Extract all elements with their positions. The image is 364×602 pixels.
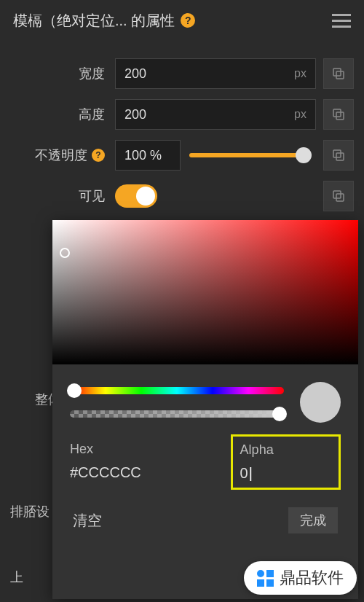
- hex-field: Hex #CCCCCC: [70, 442, 216, 490]
- hex-label: Hex: [70, 442, 216, 457]
- width-unit: px: [294, 67, 306, 80]
- opacity-value: 100 %: [124, 148, 162, 163]
- svg-rect-0: [333, 69, 341, 76]
- slider-thumb[interactable]: [296, 147, 312, 163]
- height-value: 200: [124, 107, 146, 122]
- side-label: 上: [10, 568, 23, 586]
- svg-rect-6: [333, 191, 341, 198]
- link-dimensions-icon[interactable]: [10, 59, 35, 88]
- svg-rect-7: [336, 194, 344, 201]
- done-button[interactable]: 完成: [288, 507, 338, 533]
- hue-slider[interactable]: [70, 387, 284, 394]
- help-icon[interactable]: ?: [92, 149, 105, 162]
- watermark-icon: [257, 570, 274, 587]
- width-row: 宽度 200 px: [10, 58, 354, 89]
- sv-cursor[interactable]: [60, 248, 70, 258]
- alpha-field-highlight: Alpha 0: [231, 434, 341, 490]
- opacity-slider[interactable]: [189, 153, 307, 157]
- opacity-label: 不透明度 ?: [35, 146, 115, 164]
- svg-rect-2: [333, 109, 341, 117]
- hue-thumb[interactable]: [67, 383, 82, 398]
- height-input[interactable]: 200 px: [115, 99, 316, 130]
- color-picker-popover: Hex #CCCCCC Alpha 0 清空 完成: [52, 220, 358, 599]
- svg-rect-1: [336, 71, 344, 79]
- hex-input[interactable]: #CCCCCC: [70, 464, 216, 481]
- clear-button[interactable]: 清空: [73, 511, 102, 531]
- panel-title: 模槅（绝对定位... 的属性 ?: [13, 11, 195, 31]
- visible-toggle[interactable]: [115, 184, 157, 208]
- side-label: 排脴设: [10, 503, 50, 520]
- opacity-row: 不透明度 ? 100 %: [10, 140, 354, 171]
- hamburger-menu-icon[interactable]: [332, 14, 351, 28]
- width-label: 宽度: [35, 65, 115, 82]
- height-unit: px: [294, 108, 306, 121]
- title-text: 模槅（绝对定位... 的属性: [13, 11, 175, 31]
- alpha-label: Alpha: [240, 442, 331, 458]
- copy-height-button[interactable]: [323, 99, 354, 130]
- width-value: 200: [124, 66, 146, 82]
- watermark: 鼎品软件: [244, 561, 357, 595]
- alpha-input[interactable]: 0: [240, 465, 331, 482]
- svg-rect-4: [333, 150, 341, 157]
- color-preview: [300, 382, 341, 423]
- saturation-value-area[interactable]: [52, 220, 358, 364]
- help-icon[interactable]: ?: [181, 13, 195, 28]
- alpha-slider[interactable]: [70, 410, 284, 418]
- opacity-input[interactable]: 100 %: [115, 140, 181, 171]
- alpha-thumb[interactable]: [272, 407, 287, 421]
- svg-rect-5: [336, 153, 344, 160]
- height-label: 高度: [35, 106, 115, 123]
- visible-label: 可见: [35, 187, 115, 205]
- svg-rect-3: [336, 112, 344, 120]
- watermark-text: 鼎品软件: [280, 567, 344, 589]
- copy-visible-button[interactable]: [323, 181, 354, 211]
- visible-row: 可见: [10, 181, 354, 211]
- toggle-thumb: [136, 187, 155, 206]
- height-row: 高度 200 px: [10, 99, 354, 130]
- width-input[interactable]: 200 px: [115, 58, 316, 89]
- panel-header: 模槅（绝对定位... 的属性 ?: [0, 0, 364, 41]
- copy-opacity-button[interactable]: [323, 140, 354, 171]
- copy-width-button[interactable]: [323, 58, 354, 89]
